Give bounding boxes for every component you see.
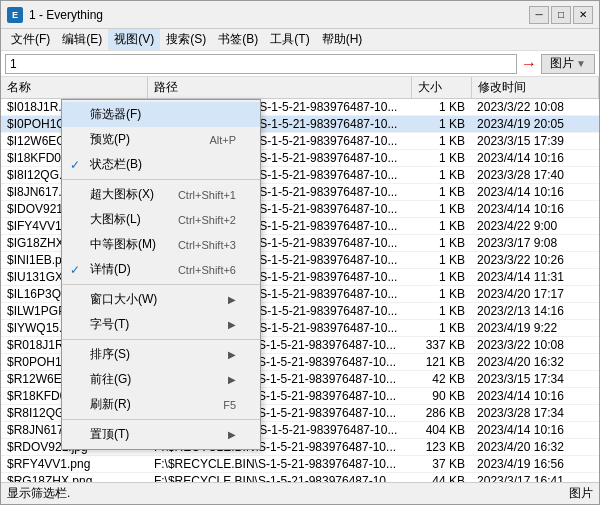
cell-date: 2023/3/17 16:41 bbox=[471, 473, 598, 483]
dropdown-item-label: 字号(T) bbox=[90, 316, 129, 333]
cell-size: 337 KB bbox=[412, 337, 471, 354]
menu-separator bbox=[62, 179, 260, 180]
dropdown-item-label: 预览(P) bbox=[90, 131, 130, 148]
window-title: 1 - Everything bbox=[29, 8, 103, 22]
title-bar: E 1 - Everything ─ □ ✕ bbox=[1, 1, 599, 29]
content-area: 名称 路径 大小 修改时间 $I018J1R.pngC:\$RECYCLE.BI… bbox=[1, 77, 599, 482]
menu-bar: 文件(F) 编辑(E) 视图(V) 搜索(S) 书签(B) 工具(T) 帮助(H… bbox=[1, 29, 599, 51]
dropdown-item-details[interactable]: ✓详情(D)Ctrl+Shift+6 bbox=[62, 257, 260, 282]
menu-help[interactable]: 帮助(H) bbox=[316, 29, 369, 50]
menu-view[interactable]: 视图(V) bbox=[108, 29, 160, 50]
shortcut-label: Ctrl+Shift+3 bbox=[178, 239, 236, 251]
status-left: 显示筛选栏. bbox=[7, 485, 70, 502]
main-window: E 1 - Everything ─ □ ✕ 文件(F) 编辑(E) 视图(V)… bbox=[0, 0, 600, 505]
col-header-date[interactable]: 修改时间 bbox=[471, 77, 598, 99]
cell-size: 286 KB bbox=[412, 405, 471, 422]
filter-button[interactable]: 图片 ▼ bbox=[541, 54, 595, 74]
title-controls: ─ □ ✕ bbox=[529, 6, 593, 24]
table-header-row: 名称 路径 大小 修改时间 bbox=[1, 77, 599, 99]
cell-date: 2023/3/17 9:08 bbox=[471, 235, 598, 252]
status-bar: 显示筛选栏. 图片 bbox=[1, 482, 599, 504]
dropdown-item-font[interactable]: 字号(T)▶ bbox=[62, 312, 260, 337]
dropdown-item-extralargeicon[interactable]: 超大图标(X)Ctrl+Shift+1 bbox=[62, 182, 260, 207]
menu-bookmark[interactable]: 书签(B) bbox=[212, 29, 264, 50]
submenu-arrow-icon: ▶ bbox=[228, 294, 236, 305]
dropdown-item-resize[interactable]: 窗口大小(W)▶ bbox=[62, 287, 260, 312]
dropdown-item-status[interactable]: ✓状态栏(B) bbox=[62, 152, 260, 177]
cell-date: 2023/4/20 16:32 bbox=[471, 439, 598, 456]
cell-size: 1 KB bbox=[412, 201, 471, 218]
cell-date: 2023/3/15 17:39 bbox=[471, 133, 598, 150]
shortcut-label: Ctrl+Shift+6 bbox=[178, 264, 236, 276]
maximize-button[interactable]: □ bbox=[551, 6, 571, 24]
cell-name: $RG18ZHX.png bbox=[1, 473, 148, 483]
cell-size: 404 KB bbox=[412, 422, 471, 439]
cell-path: F:\$RECYCLE.BIN\S-1-5-21-983976487-10... bbox=[148, 473, 412, 483]
dropdown-item-mediumicon[interactable]: 中等图标(M)Ctrl+Shift+3 bbox=[62, 232, 260, 257]
dropdown-item-previous[interactable]: 前往(G)▶ bbox=[62, 367, 260, 392]
menu-edit[interactable]: 编辑(E) bbox=[56, 29, 108, 50]
dropdown-item-largeicon[interactable]: 大图标(L)Ctrl+Shift+2 bbox=[62, 207, 260, 232]
cell-size: 1 KB bbox=[412, 167, 471, 184]
cell-date: 2023/3/28 17:40 bbox=[471, 167, 598, 184]
col-header-name[interactable]: 名称 bbox=[1, 77, 148, 99]
menu-separator bbox=[62, 419, 260, 420]
search-bar: → 图片 ▼ bbox=[1, 51, 599, 77]
table-row[interactable]: $RG18ZHX.pngF:\$RECYCLE.BIN\S-1-5-21-983… bbox=[1, 473, 599, 483]
dropdown-item-label: 大图标(L) bbox=[90, 211, 141, 228]
cell-date: 2023/3/28 17:34 bbox=[471, 405, 598, 422]
submenu-arrow-icon: ▶ bbox=[228, 429, 236, 440]
cell-date: 2023/3/22 10:08 bbox=[471, 337, 598, 354]
dropdown-item-label: 筛选器(F) bbox=[90, 106, 141, 123]
dropdown-item-label: 窗口大小(W) bbox=[90, 291, 157, 308]
dropdown-item-preview[interactable]: 预览(P)Alt+P bbox=[62, 127, 260, 152]
cell-date: 2023/3/22 10:26 bbox=[471, 252, 598, 269]
cell-size: 1 KB bbox=[412, 269, 471, 286]
dropdown-item-label: 中等图标(M) bbox=[90, 236, 156, 253]
dropdown-item-label: 置顶(T) bbox=[90, 426, 129, 443]
cell-size: 1 KB bbox=[412, 99, 471, 116]
cell-date: 2023/3/15 17:34 bbox=[471, 371, 598, 388]
cell-date: 2023/4/14 10:16 bbox=[471, 388, 598, 405]
cell-size: 90 KB bbox=[412, 388, 471, 405]
menu-tools[interactable]: 工具(T) bbox=[264, 29, 315, 50]
view-dropdown-menu: 筛选器(F)预览(P)Alt+P✓状态栏(B)超大图标(X)Ctrl+Shift… bbox=[61, 99, 261, 450]
cell-size: 1 KB bbox=[412, 218, 471, 235]
cell-name: $RFY4VV1.png bbox=[1, 456, 148, 473]
shortcut-label: Alt+P bbox=[209, 134, 236, 146]
cell-size: 1 KB bbox=[412, 235, 471, 252]
dropdown-item-label: 前往(G) bbox=[90, 371, 131, 388]
cell-size: 1 KB bbox=[412, 150, 471, 167]
status-right: 图片 bbox=[569, 485, 593, 502]
cell-date: 2023/4/14 10:16 bbox=[471, 184, 598, 201]
dropdown-item-label: 排序(S) bbox=[90, 346, 130, 363]
shortcut-label: Ctrl+Shift+1 bbox=[178, 189, 236, 201]
dropdown-item-label: 状态栏(B) bbox=[90, 156, 142, 173]
dropdown-item-reset[interactable]: 置顶(T)▶ bbox=[62, 422, 260, 447]
dropdown-item-filter[interactable]: 筛选器(F) bbox=[62, 102, 260, 127]
dropdown-item-refresh[interactable]: 刷新(R)F5 bbox=[62, 392, 260, 417]
minimize-button[interactable]: ─ bbox=[529, 6, 549, 24]
dropdown-item-label: 详情(D) bbox=[90, 261, 131, 278]
cell-size: 1 KB bbox=[412, 184, 471, 201]
close-button[interactable]: ✕ bbox=[573, 6, 593, 24]
cell-date: 2023/3/22 10:08 bbox=[471, 99, 598, 116]
menu-separator bbox=[62, 339, 260, 340]
cell-size: 44 KB bbox=[412, 473, 471, 483]
menu-search[interactable]: 搜索(S) bbox=[160, 29, 212, 50]
col-header-path[interactable]: 路径 bbox=[148, 77, 412, 99]
search-input[interactable] bbox=[5, 54, 517, 74]
dropdown-item-sort[interactable]: 排序(S)▶ bbox=[62, 342, 260, 367]
cell-size: 1 KB bbox=[412, 252, 471, 269]
table-row[interactable]: $RFY4VV1.pngF:\$RECYCLE.BIN\S-1-5-21-983… bbox=[1, 456, 599, 473]
cell-date: 2023/4/19 9:22 bbox=[471, 320, 598, 337]
cell-date: 2023/4/14 11:31 bbox=[471, 269, 598, 286]
col-header-size[interactable]: 大小 bbox=[412, 77, 471, 99]
cell-date: 2023/4/19 20:05 bbox=[471, 116, 598, 133]
arrow-icon: → bbox=[521, 55, 537, 73]
menu-file[interactable]: 文件(F) bbox=[5, 29, 56, 50]
checkmark-icon: ✓ bbox=[70, 263, 80, 277]
cell-size: 1 KB bbox=[412, 320, 471, 337]
app-icon: E bbox=[7, 7, 23, 23]
submenu-arrow-icon: ▶ bbox=[228, 349, 236, 360]
